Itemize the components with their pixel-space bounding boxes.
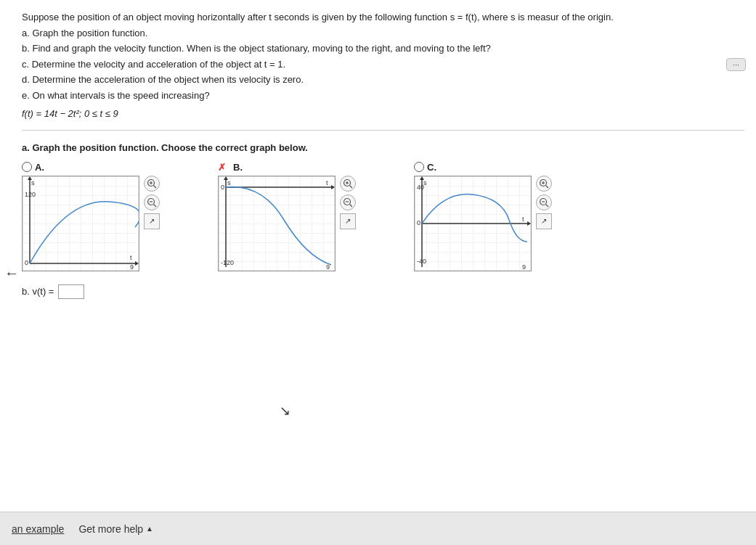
radio-c[interactable] [414,162,424,172]
get-more-help-btn[interactable]: Get more help ▲ [78,523,153,535]
part-b-text: b. Find and graph the velocity function.… [22,41,744,56]
help-arrow-icon: ▲ [146,525,153,533]
label-a: A. [35,162,44,173]
label-b: B. [233,162,243,173]
svg-rect-0 [23,176,139,271]
graph-a-svg: s t 0 120 9 [23,176,139,271]
zoom-out-b[interactable] [340,194,356,210]
graph-c-controls: ↗ [536,176,552,229]
bottom-bar: an example Get more help ▲ [0,512,756,545]
expand-dots[interactable]: ··· [726,58,746,71]
svg-line-32 [350,204,353,207]
graph-a-container: s t 0 120 9 [22,176,160,271]
svg-text:-40: -40 [417,258,426,265]
svg-text:-120: -120 [221,259,234,266]
graph-option-b: ✗ B. [218,162,356,271]
graph-a: s t 0 120 9 [22,176,139,271]
graph-b-svg: s t 0 -120 9 [219,176,335,271]
get-help-label: Get more help [78,523,143,535]
zoom-in-a[interactable] [144,176,160,192]
svg-text:9: 9 [522,263,526,271]
radio-a[interactable] [22,162,32,172]
svg-text:s: s [227,179,231,187]
graph-option-c: C. [414,162,552,271]
svg-rect-17 [219,176,335,271]
graph-c: s t 40 -40 9 0 [414,176,532,271]
svg-text:0: 0 [221,184,224,191]
x-badge-b: ✗ [218,162,226,173]
zoom-out-a[interactable] [144,194,160,210]
svg-text:40: 40 [417,184,424,191]
external-b[interactable]: ↗ [340,213,356,229]
graph-b-container: s t 0 -120 9 [218,176,356,271]
graphs-row: A. [22,162,744,271]
velocity-input[interactable] [58,284,84,299]
svg-line-50 [546,204,549,207]
part-d-text: d. Determine the acceleration of the obj… [22,73,744,87]
part-b-section: b. v(t) = [22,284,744,299]
external-c[interactable]: ↗ [536,213,552,229]
problem-statement: Suppose the position of an object moving… [22,10,744,131]
external-a[interactable]: ↗ [144,213,160,229]
part-a-question: a. Graph the position function. Choose t… [22,142,744,153]
zoom-in-c[interactable] [536,176,552,192]
svg-line-11 [154,185,157,188]
zoom-in-b[interactable] [340,176,356,192]
graph-a-controls: ↗ [144,176,160,229]
svg-line-15 [154,204,157,207]
graph-b-controls: ↗ [340,176,356,229]
svg-text:0: 0 [417,219,420,226]
cursor-arrow: ↙ [280,403,290,419]
part-e-text: e. On what intervals is the speed increa… [22,89,744,103]
graph-b: s t 0 -120 9 [218,176,336,271]
svg-line-28 [350,185,353,188]
part-b-label: b. v(t) = [22,286,54,297]
svg-text:0: 0 [25,259,28,266]
graph-c-svg: s t 40 -40 9 0 [415,176,531,271]
svg-text:120: 120 [25,191,36,198]
formula-text: f(t) = 14t − 2t²; 0 ≤ t ≤ 9 [22,107,744,121]
zoom-out-c[interactable] [536,194,552,210]
left-nav-arrow[interactable]: ← [0,261,23,284]
graph-c-container: s t 40 -40 9 0 [414,176,552,271]
statement-text: Suppose the position of an object moving… [22,10,744,25]
svg-text:9: 9 [130,263,134,271]
svg-line-46 [546,185,549,188]
example-link[interactable]: an example [12,523,64,535]
label-c: C. [427,162,436,173]
part-c-text: c. Determine the velocity and accelerati… [22,57,744,72]
graph-option-a: A. [22,162,160,271]
part-a-text: a. Graph the position function. [22,26,744,41]
svg-text:s: s [31,179,35,187]
